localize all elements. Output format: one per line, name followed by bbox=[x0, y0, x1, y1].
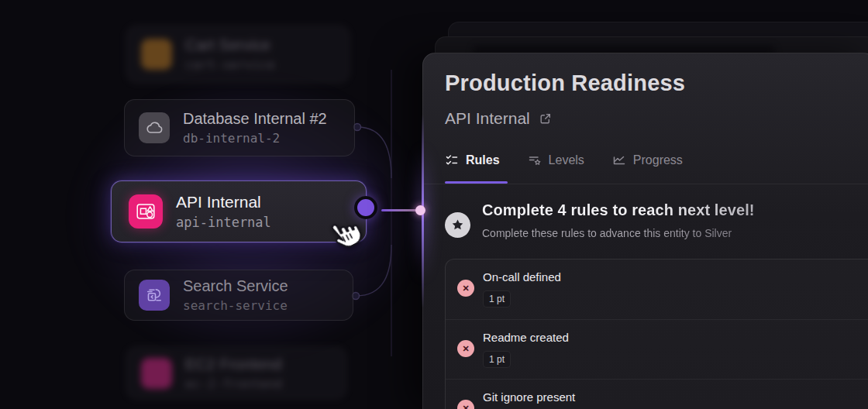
app-canvas: Cart Service cart-service Database Inter… bbox=[0, 0, 868, 409]
rule-title: Git ignore present bbox=[483, 390, 575, 404]
service-node-database-internal-2[interactable]: Database Internal #2 db-internal-2 bbox=[124, 99, 355, 156]
rule-failed-icon bbox=[457, 400, 474, 409]
service-node-search-service[interactable]: Search Service search-service bbox=[124, 270, 353, 321]
service-name: EC2 Frontend bbox=[185, 356, 282, 373]
star-icon bbox=[451, 218, 464, 232]
entity-name: API Internal bbox=[445, 109, 530, 128]
entity-link[interactable]: API Internal bbox=[445, 109, 552, 128]
rule-title: Readme created bbox=[483, 331, 569, 344]
service-slug: search-service bbox=[183, 298, 288, 313]
service-name: API Internal bbox=[176, 193, 271, 211]
cloud-icon bbox=[139, 112, 170, 143]
production-readiness-panel: Production Readiness API Internal Rules bbox=[422, 53, 868, 409]
list-star-icon bbox=[528, 153, 542, 167]
cart-icon bbox=[141, 39, 172, 70]
tab-levels[interactable]: Levels bbox=[528, 153, 584, 167]
level-star-badge bbox=[445, 212, 470, 238]
node-connection-handle[interactable] bbox=[354, 196, 377, 219]
rule-points-badge: 1 pt bbox=[483, 351, 511, 368]
rule-row-git-ignore-present[interactable]: Git ignore present 1 pt bbox=[446, 379, 868, 409]
service-slug: ec-2-frontend bbox=[185, 376, 282, 391]
panel-title: Production Readiness bbox=[445, 70, 685, 96]
service-slug: cart-service bbox=[185, 57, 275, 72]
rule-row-readme-created[interactable]: Readme created 1 pt bbox=[446, 319, 868, 379]
service-node-cart-service[interactable]: Cart Service cart-service bbox=[126, 26, 350, 83]
callout-heading: Complete 4 rules to reach next level! bbox=[482, 201, 868, 219]
rule-failed-icon bbox=[457, 280, 474, 297]
callout-subheading: Complete these rules to advance this ent… bbox=[482, 227, 868, 239]
service-name: Database Internal #2 bbox=[183, 110, 327, 128]
line-chart-icon bbox=[612, 153, 626, 167]
rules-list: On-call defined 1 pt Readme created 1 pt… bbox=[445, 259, 868, 409]
code-search-icon bbox=[139, 280, 170, 311]
tab-rules[interactable]: Rules bbox=[445, 153, 500, 167]
connector-line bbox=[381, 209, 417, 211]
shapes-icon bbox=[129, 194, 163, 229]
rule-failed-icon bbox=[457, 340, 474, 357]
connector-endpoint-dot bbox=[415, 205, 425, 215]
rule-row-on-call-defined[interactable]: On-call defined 1 pt bbox=[446, 259, 868, 319]
frontend-icon bbox=[141, 358, 172, 389]
service-slug: api-internal bbox=[176, 215, 271, 230]
panel-tabs: Rules Levels Progress bbox=[445, 153, 683, 167]
service-name: Cart Service bbox=[185, 36, 275, 54]
service-slug: db-internal-2 bbox=[183, 131, 327, 146]
tab-label: Progress bbox=[633, 153, 683, 167]
tab-label: Rules bbox=[466, 153, 500, 167]
tab-progress[interactable]: Progress bbox=[612, 153, 683, 167]
rule-points-badge: 1 pt bbox=[483, 290, 511, 308]
rule-title: On-call defined bbox=[483, 270, 561, 284]
service-name: Search Service bbox=[183, 277, 288, 295]
external-link-icon[interactable] bbox=[539, 112, 552, 125]
checklist-icon bbox=[445, 153, 459, 167]
service-node-ec2-frontend[interactable]: EC2 Frontend ec-2-frontend bbox=[126, 347, 346, 399]
tab-label: Levels bbox=[549, 153, 584, 167]
tabs-divider bbox=[423, 184, 868, 184]
